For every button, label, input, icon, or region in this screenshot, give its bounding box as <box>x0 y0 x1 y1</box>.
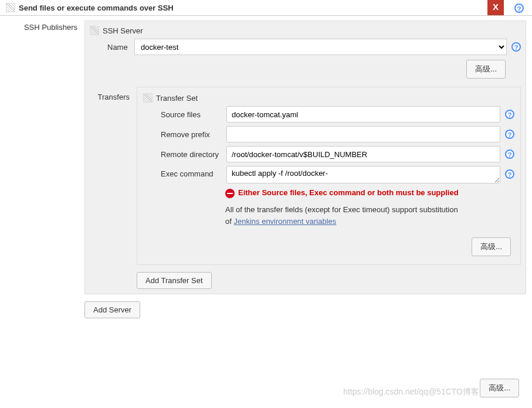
add-transfer-set-row: Add Transfer Set <box>137 272 521 289</box>
remote-directory-row: Remote directory ? <box>143 146 514 162</box>
validation-error-row: Either Source files, Exec command or bot… <box>225 188 514 198</box>
bottom-advanced-row: 高级... <box>480 379 519 397</box>
exec-command-label: Exec command <box>161 166 226 178</box>
source-files-row: Source files ? <box>143 106 514 123</box>
transfers-label: Transfers <box>90 87 130 289</box>
remove-prefix-row: Remove prefix ? <box>143 126 514 142</box>
help-icon[interactable]: ? <box>505 110 514 119</box>
main-row: SSH Publishers SSH Server Name docker-te… <box>0 16 532 318</box>
ssh-server-advanced-row: 高级... <box>90 60 521 79</box>
remove-prefix-input[interactable] <box>226 126 500 142</box>
exec-command-textarea[interactable]: kubectl apply -f /root/docker- <box>226 166 500 183</box>
transfers-block: Transfers Transfer Set Source files ? <box>90 87 521 289</box>
close-button[interactable]: X <box>487 0 504 15</box>
advanced-button[interactable]: 高级... <box>480 379 519 397</box>
source-files-label: Source files <box>161 110 226 119</box>
name-label: Name <box>107 43 134 52</box>
ssh-server-panel: SSH Server Name docker-test ? 高级... Tran… <box>84 21 526 294</box>
advanced-button[interactable]: 高级... <box>472 237 511 256</box>
watermark-text: https://blog.csdn.net/qq@51CTO博客 <box>343 387 479 397</box>
add-transfer-set-button[interactable]: Add Transfer Set <box>137 272 212 289</box>
add-server-button[interactable]: Add Server <box>84 301 140 318</box>
help-icon[interactable]: ? <box>505 169 514 179</box>
env-vars-link[interactable]: Jenkins environment variables <box>233 217 336 226</box>
transfer-set-heading-row: Transfer Set <box>143 93 514 103</box>
remote-directory-input[interactable] <box>226 146 500 162</box>
transfer-set-heading: Transfer Set <box>156 94 198 103</box>
name-select[interactable]: docker-test <box>134 39 507 55</box>
help-icon[interactable]: ? <box>511 42 521 52</box>
ssh-server-heading-row: SSH Server <box>90 26 521 35</box>
section-header: Send files or execute commands over SSH … <box>0 0 532 16</box>
hint-row: All of the transfer fields (except for E… <box>225 204 460 227</box>
remove-prefix-label: Remove prefix <box>161 130 226 139</box>
remote-directory-label: Remote directory <box>161 150 226 159</box>
help-icon[interactable]: ? <box>505 130 514 139</box>
source-files-input[interactable] <box>226 106 500 123</box>
validation-error-text: Either Source files, Exec command or bot… <box>238 188 459 197</box>
section-title: Send files or execute commands over SSH <box>19 4 174 12</box>
ssh-server-heading: SSH Server <box>103 26 143 35</box>
name-row: Name docker-test ? <box>90 39 521 55</box>
help-icon[interactable]: ? <box>505 149 514 159</box>
transfer-advanced-row: 高级... <box>143 237 514 256</box>
drag-handle-icon[interactable] <box>90 26 99 35</box>
exec-command-row: Exec command kubectl apply -f /root/dock… <box>143 166 514 183</box>
drag-handle-icon[interactable] <box>6 3 15 12</box>
add-server-row: Add Server <box>84 301 526 318</box>
error-icon <box>225 189 235 198</box>
help-icon[interactable]: ? <box>514 4 524 13</box>
drag-handle-icon[interactable] <box>143 93 153 103</box>
transfer-set-panel: Transfer Set Source files ? Remove prefi… <box>137 87 521 265</box>
advanced-button[interactable]: 高级... <box>466 60 506 79</box>
ssh-publishers-label: SSH Publishers <box>6 21 77 318</box>
